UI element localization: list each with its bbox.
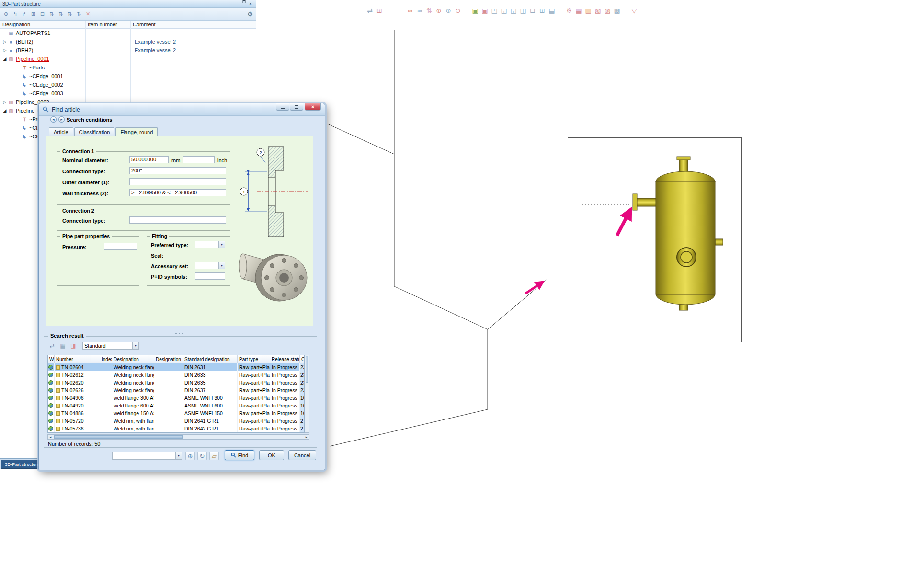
connection-type-field[interactable]: 200* [129,167,226,174]
scroll-left-arrow[interactable]: ◄ [48,436,53,439]
jump-child-icon[interactable]: ↱ [20,10,28,18]
tab-flange-round[interactable]: Flange, round [115,127,158,136]
dialog-titlebar[interactable]: Find article × [39,103,325,116]
ok-button[interactable]: OK [259,450,284,460]
scrollbar-thumb[interactable] [306,356,308,383]
sort-structure-icon[interactable]: ⇅ [57,10,65,18]
connection2-type-field[interactable] [129,216,226,224]
reset-icon[interactable]: ↻ [197,452,207,460]
locate-icon[interactable]: ⊙ [453,6,463,15]
vertical-scrollbar[interactable] [305,355,309,433]
saved-search-select[interactable]: ▾ [112,452,182,460]
wall-thickness-field[interactable]: >= 2.899500 & <= 2.900500 [129,189,226,196]
search-plus-icon[interactable]: ⊕ [434,6,444,15]
nominal-diameter-inch-field[interactable] [183,156,215,163]
pattern-a-icon[interactable]: ▦ [574,6,583,15]
minimize-button[interactable] [276,103,289,111]
cube-top-icon[interactable]: ◰ [490,6,499,15]
clear-icon[interactable]: ▱ [209,452,219,460]
result-column-header[interactable]: W [48,355,55,363]
collapse-all-icon[interactable]: ⊟ [38,10,46,18]
pattern-d-icon[interactable]: ▨ [603,6,612,15]
next-condition-button[interactable]: ► [58,116,65,123]
expand-all-icon[interactable]: ⊞ [29,10,37,18]
sort-updown-icon[interactable]: ⇅ [47,10,56,18]
result-filter-select[interactable]: Standard ▾ [82,342,139,350]
column-header-item-number[interactable]: Item number [85,22,130,27]
vessel-3d-model[interactable] [568,138,742,343]
expander-icon[interactable] [2,48,8,53]
tree-item-label[interactable]: ~CEdge_0001 [29,73,63,79]
result-row[interactable]: TN-04886 weld flange 150 ASME ASME WNFI … [48,409,304,417]
pattern-c-icon[interactable]: ▧ [593,6,603,15]
tree-item-label[interactable]: ~CEdge_0003 [29,91,63,96]
link-icon[interactable]: ∞ [405,6,415,15]
close-button[interactable]: × [305,103,321,111]
result-row[interactable]: TN-05736 Weld rim, with flange DIN 2642 … [48,425,304,432]
expander-icon[interactable] [2,39,8,44]
tree-item-label[interactable]: Pipeline_0001 [16,56,49,62]
dock-tab[interactable]: 3D-Part structure [1,460,43,469]
tree-item-label[interactable]: ~Parts [29,65,45,70]
jump-parent-icon[interactable]: ↰ [11,10,19,18]
sort-name-icon[interactable]: ⇅ [66,10,74,18]
tree-item-label[interactable]: (BEH2) [16,39,33,45]
result-row[interactable]: TN-04920 weld flange 600 ASME ASME WNFI … [48,402,304,409]
cancel-button[interactable]: Cancel [288,450,316,460]
tree-row[interactable]: Pipeline_0001 [0,55,256,63]
prev-condition-button[interactable]: ◄ [50,116,57,123]
outer-diameter-field[interactable] [129,178,226,185]
column-header-designation[interactable]: Designation [0,22,85,27]
search-options-icon[interactable]: ⊕ [185,452,195,460]
result-row[interactable]: TN-02620 Welding neck flange DIN 2635 Ra… [48,379,304,386]
catalog-icon[interactable]: ◨ [69,341,78,350]
expander-icon[interactable] [2,108,8,113]
cube-stack-icon[interactable]: ▤ [547,6,557,15]
clipboard-icon[interactable]: ⊞ [375,6,384,15]
sync-icon[interactable]: ⇅ [424,6,434,15]
refresh-results-icon[interactable]: ⇄ [48,341,57,350]
result-column-header[interactable]: Designation [112,355,154,363]
result-row[interactable]: TN-05720 Weld rim, with flange DIN 2641 … [48,417,304,425]
scroll-right-arrow[interactable]: ► [304,436,309,439]
cube-split-icon[interactable]: ◫ [518,6,528,15]
table-view-icon[interactable]: ▦ [58,341,67,350]
cube-front-icon[interactable]: ◱ [499,6,509,15]
tree-row[interactable]: ~CEdge_0003 [0,89,256,98]
tree-row[interactable]: ~CEdge_0002 [0,80,256,89]
delete-part-icon[interactable]: ▣ [480,6,490,15]
maximize-button[interactable] [290,103,303,111]
transfer-icon[interactable]: ⇄ [365,6,375,15]
close-icon[interactable]: × [247,1,254,7]
tab-classification[interactable]: Classification [74,127,115,136]
new-part-icon[interactable]: ▣ [470,6,480,15]
tree-item-label[interactable]: ~CEdge_0002 [29,82,63,88]
remove-sort-icon[interactable]: ✕ [84,10,92,18]
column-header-comment[interactable]: Comment [130,22,253,27]
tree-row[interactable]: (BEH2) Example vessel 2 [0,46,256,55]
result-column-header[interactable]: C [300,355,304,363]
sort-custom-icon[interactable]: ⇅ [75,10,83,18]
tab-article[interactable]: Article [49,127,73,136]
accessory-set-select[interactable]: ▾ [195,262,225,269]
cube-side-icon[interactable]: ◲ [509,6,518,15]
tree-row[interactable]: AUTOPARTS1 [0,29,256,37]
result-column-header[interactable]: Release status [270,355,300,363]
find-button[interactable]: Find [225,450,254,460]
gear-icon[interactable]: ⚙ [247,11,253,18]
tree-item-label[interactable]: AUTOPARTS1 [16,30,50,36]
filter-icon[interactable]: ▽ [629,6,639,15]
result-row[interactable]: TN-02604 Welding neck flange DIN 2631 Ra… [48,363,304,371]
pressure-field[interactable] [104,243,137,250]
pattern-b-icon[interactable]: ▥ [583,6,593,15]
cube-grid-icon[interactable]: ⊞ [537,6,547,15]
expander-icon[interactable] [2,57,8,61]
result-column-header[interactable]: Part type [238,355,270,363]
result-row[interactable]: TN-04906 weld flange 300 ASME ASME WNFI … [48,394,304,402]
search-part-icon[interactable]: ⊕ [444,6,453,15]
result-column-header[interactable]: Designation [154,355,183,363]
nominal-diameter-mm-field[interactable]: 50.000000 [129,156,169,163]
cube-section-icon[interactable]: ⊟ [528,6,537,15]
expander-icon[interactable] [2,100,8,104]
result-row[interactable]: TN-02626 Welding neck flange DIN 2637 Ra… [48,386,304,394]
